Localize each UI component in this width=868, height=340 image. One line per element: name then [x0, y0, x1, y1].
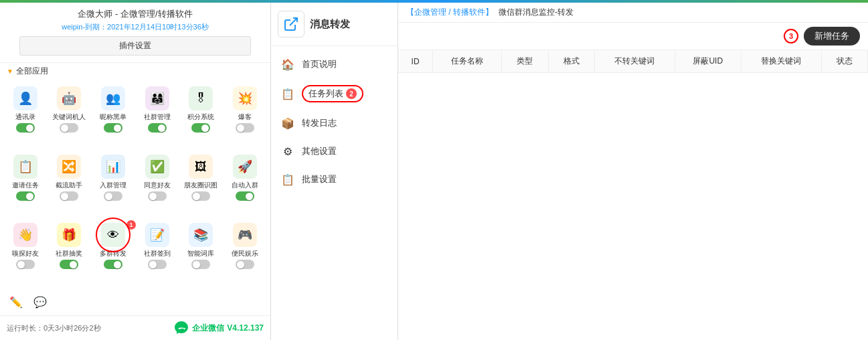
msg-forward-header: 消息转发 [271, 3, 398, 46]
auto-join-toggle[interactable] [236, 191, 254, 201]
explode-label: 爆客 [238, 112, 252, 122]
app-item-group-mgmt[interactable]: 👨‍👩‍👧 社群管理 [136, 82, 179, 149]
friends-circle-label: 朋友圈识图 [184, 181, 218, 190]
breadcrumb-part2: 微信群消息监控-转发 [499, 7, 574, 18]
funnel-label: 截流助手 [56, 181, 82, 190]
multi-forward-toggle[interactable] [104, 260, 122, 269]
nav-other-settings-label: 其他设置 [302, 145, 337, 157]
app-item-funnel[interactable]: 🔀 截流助手 [48, 151, 91, 218]
nav-item-task-list[interactable]: 📋 任务列表 2 [271, 78, 398, 109]
sidebar: 企微大师 - 企微管理/转播软件 weipin-到期：2021年12月14日10… [0, 3, 271, 340]
lottery-label: 社群抽奖 [56, 249, 82, 258]
multi-forward-icon: 👁 [101, 223, 125, 247]
col-block-uid: 屏蔽UID [675, 50, 742, 73]
points-label: 积分系统 [187, 112, 214, 122]
content-panel: 【企微管理 / 转播软件】 微信群消息监控-转发 3 新增任务 ID 任务名称 … [398, 3, 868, 340]
table-container: ID 任务名称 类型 格式 不转关键词 屏蔽UID 替换关键词 状态 [398, 50, 868, 340]
invite-icon: 📋 [13, 155, 37, 179]
friends-circle-toggle[interactable] [191, 191, 210, 201]
join-mgmt-toggle[interactable] [104, 191, 122, 201]
col-id: ID [398, 50, 433, 73]
plugin-settings-button[interactable]: 插件设置 [19, 36, 251, 56]
msg-forward-title: 消息转发 [310, 18, 350, 31]
middle-panel: 消息转发 🏠 首页说明 📋 任务列表 2 📦 转发日志 ⚙ 其他设置 [271, 3, 398, 340]
nav-item-other-settings[interactable]: ⚙ 其他设置 [271, 137, 398, 165]
funnel-toggle[interactable] [60, 191, 78, 201]
nav-item-forward-log[interactable]: 📦 转发日志 [271, 109, 398, 137]
app-item-points[interactable]: 🎖 积分系统 [180, 82, 223, 149]
app-item-friends-circle[interactable]: 🖼 朋友圈识图 [180, 151, 223, 218]
friends-circle-icon: 🖼 [189, 155, 213, 179]
app-item-nickname-blacklist[interactable]: 👥 昵称黑单 [92, 82, 135, 149]
nav-batch-settings-label: 批量设置 [302, 173, 337, 185]
badge-3-circle: 3 [784, 29, 798, 44]
edit-icon[interactable]: ✏️ [5, 291, 27, 313]
app-item-keyword-bot[interactable]: 🤖 关键词机人 [48, 82, 91, 149]
auto-join-label: 自动入群 [232, 181, 258, 190]
app-item-auto-join[interactable]: 🚀 自动入群 [224, 151, 266, 218]
poke-toggle[interactable] [16, 260, 35, 269]
agree-friend-toggle[interactable] [148, 191, 167, 201]
entertainment-icon: 🎮 [233, 223, 257, 247]
app-item-lottery[interactable]: 🎁 社群抽奖 [48, 219, 91, 286]
app-title: 企微大师 - 企微管理/转播软件 [7, 8, 264, 20]
app-item-invite[interactable]: 📋 邀请任务 [4, 151, 47, 218]
new-task-button[interactable]: 新增任务 [804, 27, 860, 46]
invite-toggle[interactable] [16, 191, 35, 201]
join-mgmt-icon: 📊 [101, 155, 125, 179]
app-item-entertainment[interactable]: 🎮 便民娱乐 [224, 219, 266, 286]
points-toggle[interactable] [191, 123, 210, 133]
explode-toggle[interactable] [236, 123, 254, 133]
nav-home-label: 首页说明 [302, 58, 337, 70]
nav-item-batch-settings[interactable]: 📋 批量设置 [271, 165, 398, 193]
app-item-multi-forward[interactable]: 👁 多群转发 1 [92, 219, 135, 286]
app-item-poke[interactable]: 👋 嗅探好友 [4, 219, 47, 286]
smart-room-toggle[interactable] [191, 260, 210, 269]
group-sign-label: 社群签到 [144, 249, 171, 258]
agree-friend-label: 同意好友 [144, 181, 171, 190]
invite-label: 邀请任务 [12, 181, 39, 190]
main-container: 企微大师 - 企微管理/转播软件 weipin-到期：2021年12月14日10… [0, 3, 868, 340]
keyword-bot-toggle[interactable] [60, 123, 78, 133]
home-icon: 🏠 [280, 57, 295, 72]
lottery-toggle[interactable] [60, 260, 78, 269]
breadcrumb-part1[interactable]: 【企微管理 / 转播软件】 [406, 7, 493, 18]
contacts-toggle[interactable] [16, 123, 35, 133]
agree-friend-icon: ✅ [145, 155, 169, 179]
entertainment-toggle[interactable] [236, 260, 254, 269]
entertainment-label: 便民娱乐 [232, 249, 258, 258]
apps-grid: 👤 通讯录 🤖 关键词机人 👥 昵称黑单 👨‍👩‍👧 社群管理 🎖 [0, 80, 270, 288]
nav-forward-log-label: 转发日志 [302, 117, 337, 129]
nav-item-home-desc[interactable]: 🏠 首页说明 [271, 50, 398, 78]
brand-label: 企业微信 [192, 323, 224, 334]
nickname-blacklist-toggle[interactable] [104, 123, 122, 133]
app-item-smart-room[interactable]: 📚 智能词库 [180, 219, 223, 286]
keyword-bot-label: 关键词机人 [52, 112, 86, 122]
smart-room-label: 智能词库 [187, 249, 214, 258]
explode-icon: 💥 [233, 86, 257, 110]
app-item-explode[interactable]: 💥 爆客 [224, 82, 266, 149]
nav-badge-2: 2 [346, 88, 357, 99]
app-item-join-mgmt[interactable]: 📊 入群管理 [92, 151, 135, 218]
nav-list: 🏠 首页说明 📋 任务列表 2 📦 转发日志 ⚙ 其他设置 📋 批量设置 [271, 46, 398, 197]
group-sign-icon: 📝 [145, 223, 169, 247]
forward-icon-box [278, 11, 305, 37]
arrow-icon: ▼ [7, 68, 13, 75]
sidebar-header: 企微大师 - 企微管理/转播软件 weipin-到期：2021年12月14日10… [0, 3, 270, 63]
svg-line-0 [290, 18, 297, 25]
wechat-logo-icon [173, 320, 189, 336]
app-item-agree-friend[interactable]: ✅ 同意好友 [136, 151, 179, 218]
lottery-icon: 🎁 [57, 223, 81, 247]
col-replace-keyword: 替换关键词 [741, 50, 821, 73]
all-apps-section: ▼ 全部应用 [0, 63, 270, 80]
app-item-contacts[interactable]: 👤 通讯录 [4, 82, 47, 149]
col-status: 状态 [821, 50, 867, 73]
group-sign-toggle[interactable] [148, 260, 167, 269]
breadcrumb: 【企微管理 / 转播软件】 微信群消息监控-转发 [398, 3, 868, 23]
nickname-blacklist-icon: 👥 [101, 86, 125, 110]
content-toolbar: 3 新增任务 [398, 23, 868, 50]
col-type: 类型 [502, 50, 548, 73]
chat-icon[interactable]: 💬 [29, 291, 51, 313]
app-item-group-sign[interactable]: 📝 社群签到 [136, 219, 179, 286]
group-mgmt-toggle[interactable] [148, 123, 167, 133]
